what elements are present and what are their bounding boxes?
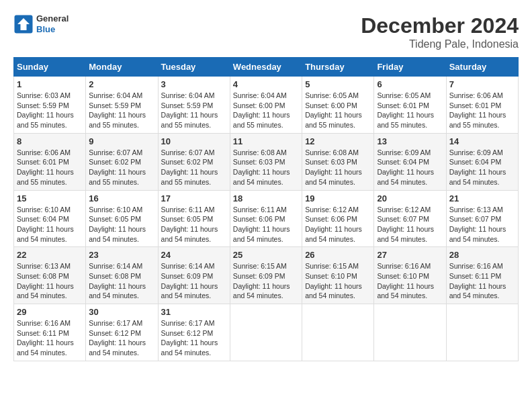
calendar-cell: 6Sunrise: 6:05 AMSunset: 6:01 PMDaylight… (374, 77, 446, 134)
day-info: Sunrise: 6:04 AMSunset: 5:59 PMDaylight:… (89, 91, 154, 130)
day-number: 11 (233, 136, 299, 146)
day-info: Sunrise: 6:15 AMSunset: 6:09 PMDaylight:… (233, 261, 299, 301)
calendar-cell: 2Sunrise: 6:04 AMSunset: 5:59 PMDaylight… (86, 77, 158, 134)
day-info: Sunrise: 6:09 AMSunset: 6:04 PMDaylight:… (377, 148, 443, 187)
title-block: December 2024 Tideng Pale, Indonesia (361, 13, 519, 50)
day-info: Sunrise: 6:16 AMSunset: 6:11 PMDaylight:… (449, 261, 515, 301)
calendar-cell: 25Sunrise: 6:15 AMSunset: 6:09 PMDayligh… (230, 247, 302, 304)
week-row-4: 22Sunrise: 6:13 AMSunset: 6:08 PMDayligh… (14, 247, 519, 304)
logo-line2: Blue (36, 24, 69, 35)
day-number: 6 (377, 79, 443, 89)
day-number: 12 (305, 136, 371, 146)
calendar-cell: 29Sunrise: 6:16 AMSunset: 6:11 PMDayligh… (14, 304, 86, 361)
calendar-cell: 8Sunrise: 6:06 AMSunset: 6:01 PMDaylight… (14, 133, 86, 190)
day-number: 22 (17, 250, 83, 260)
day-info: Sunrise: 6:07 AMSunset: 6:02 PMDaylight:… (161, 148, 227, 187)
day-info: Sunrise: 6:12 AMSunset: 6:07 PMDaylight:… (377, 205, 443, 244)
header-day-tuesday: Tuesday (158, 58, 230, 77)
day-number: 26 (305, 250, 371, 260)
calendar-cell: 23Sunrise: 6:14 AMSunset: 6:08 PMDayligh… (86, 247, 158, 304)
calendar-cell: 10Sunrise: 6:07 AMSunset: 6:02 PMDayligh… (158, 133, 230, 190)
calendar-cell: 5Sunrise: 6:05 AMSunset: 6:00 PMDaylight… (302, 77, 374, 134)
day-number: 4 (233, 79, 299, 89)
day-number: 23 (89, 250, 154, 260)
calendar-cell: 4Sunrise: 6:04 AMSunset: 6:00 PMDaylight… (230, 77, 302, 134)
day-info: Sunrise: 6:12 AMSunset: 6:06 PMDaylight:… (305, 205, 371, 244)
page-title: December 2024 (361, 13, 519, 38)
day-info: Sunrise: 6:17 AMSunset: 6:12 PMDaylight:… (161, 318, 227, 358)
header-day-sunday: Sunday (14, 58, 86, 77)
week-row-2: 8Sunrise: 6:06 AMSunset: 6:01 PMDaylight… (14, 133, 519, 190)
day-number: 10 (161, 136, 227, 146)
day-number: 19 (305, 193, 371, 203)
day-info: Sunrise: 6:09 AMSunset: 6:04 PMDaylight:… (449, 148, 515, 187)
calendar-cell: 31Sunrise: 6:17 AMSunset: 6:12 PMDayligh… (158, 304, 230, 361)
calendar-cell: 28Sunrise: 6:16 AMSunset: 6:11 PMDayligh… (446, 247, 518, 304)
logo-text: General Blue (36, 13, 69, 34)
day-info: Sunrise: 6:17 AMSunset: 6:12 PMDaylight:… (89, 318, 154, 358)
calendar-body: 1Sunrise: 6:03 AMSunset: 5:59 PMDaylight… (14, 77, 519, 361)
day-info: Sunrise: 6:16 AMSunset: 6:10 PMDaylight:… (377, 261, 443, 301)
calendar-cell: 7Sunrise: 6:06 AMSunset: 6:01 PMDaylight… (446, 77, 518, 134)
day-number: 2 (89, 79, 154, 89)
day-number: 30 (89, 307, 154, 317)
header-day-friday: Friday (374, 58, 446, 77)
day-info: Sunrise: 6:15 AMSunset: 6:10 PMDaylight:… (305, 261, 371, 301)
header-row: SundayMondayTuesdayWednesdayThursdayFrid… (14, 58, 519, 77)
logo: General Blue (13, 13, 69, 34)
calendar-header: SundayMondayTuesdayWednesdayThursdayFrid… (14, 58, 519, 77)
calendar-cell: 11Sunrise: 6:08 AMSunset: 6:03 PMDayligh… (230, 133, 302, 190)
day-info: Sunrise: 6:08 AMSunset: 6:03 PMDaylight:… (305, 148, 371, 187)
header-day-wednesday: Wednesday (230, 58, 302, 77)
day-number: 7 (449, 79, 515, 89)
day-number: 29 (17, 307, 83, 317)
day-number: 17 (161, 193, 227, 203)
day-number: 5 (305, 79, 371, 89)
week-row-3: 15Sunrise: 6:10 AMSunset: 6:04 PMDayligh… (14, 190, 519, 247)
logo-icon (13, 14, 34, 34)
calendar-cell: 15Sunrise: 6:10 AMSunset: 6:04 PMDayligh… (14, 190, 86, 247)
day-number: 15 (17, 193, 83, 203)
day-number: 31 (161, 307, 227, 317)
day-info: Sunrise: 6:14 AMSunset: 6:08 PMDaylight:… (89, 261, 154, 301)
header-day-thursday: Thursday (302, 58, 374, 77)
day-info: Sunrise: 6:13 AMSunset: 6:08 PMDaylight:… (17, 261, 83, 301)
day-number: 25 (233, 250, 299, 260)
calendar-cell: 17Sunrise: 6:11 AMSunset: 6:05 PMDayligh… (158, 190, 230, 247)
day-number: 8 (17, 136, 83, 146)
calendar-cell: 22Sunrise: 6:13 AMSunset: 6:08 PMDayligh… (14, 247, 86, 304)
day-info: Sunrise: 6:10 AMSunset: 6:04 PMDaylight:… (17, 205, 83, 244)
day-info: Sunrise: 6:05 AMSunset: 6:01 PMDaylight:… (377, 91, 443, 130)
day-number: 20 (377, 193, 443, 203)
header-day-monday: Monday (86, 58, 158, 77)
calendar-cell: 9Sunrise: 6:07 AMSunset: 6:02 PMDaylight… (86, 133, 158, 190)
calendar-cell: 20Sunrise: 6:12 AMSunset: 6:07 PMDayligh… (374, 190, 446, 247)
day-number: 14 (449, 136, 515, 146)
day-info: Sunrise: 6:13 AMSunset: 6:07 PMDaylight:… (449, 205, 515, 244)
week-row-1: 1Sunrise: 6:03 AMSunset: 5:59 PMDaylight… (14, 77, 519, 134)
calendar-cell: 21Sunrise: 6:13 AMSunset: 6:07 PMDayligh… (446, 190, 518, 247)
day-number: 13 (377, 136, 443, 146)
day-number: 1 (17, 79, 83, 89)
logo-line1: General (36, 13, 69, 24)
calendar-cell: 24Sunrise: 6:14 AMSunset: 6:09 PMDayligh… (158, 247, 230, 304)
day-number: 9 (89, 136, 154, 146)
calendar-cell: 3Sunrise: 6:04 AMSunset: 5:59 PMDaylight… (158, 77, 230, 134)
week-row-5: 29Sunrise: 6:16 AMSunset: 6:11 PMDayligh… (14, 304, 519, 361)
calendar-cell (446, 304, 518, 361)
calendar-cell: 26Sunrise: 6:15 AMSunset: 6:10 PMDayligh… (302, 247, 374, 304)
page-subtitle: Tideng Pale, Indonesia (361, 38, 519, 50)
calendar-cell (374, 304, 446, 361)
calendar-cell: 14Sunrise: 6:09 AMSunset: 6:04 PMDayligh… (446, 133, 518, 190)
calendar-cell: 18Sunrise: 6:11 AMSunset: 6:06 PMDayligh… (230, 190, 302, 247)
calendar-table: SundayMondayTuesdayWednesdayThursdayFrid… (13, 57, 519, 361)
calendar-cell: 12Sunrise: 6:08 AMSunset: 6:03 PMDayligh… (302, 133, 374, 190)
day-number: 16 (89, 193, 154, 203)
day-number: 24 (161, 250, 227, 260)
day-info: Sunrise: 6:04 AMSunset: 5:59 PMDaylight:… (161, 91, 227, 130)
day-info: Sunrise: 6:16 AMSunset: 6:11 PMDaylight:… (17, 318, 83, 358)
day-info: Sunrise: 6:06 AMSunset: 6:01 PMDaylight:… (449, 91, 515, 130)
day-info: Sunrise: 6:06 AMSunset: 6:01 PMDaylight:… (17, 148, 83, 187)
day-info: Sunrise: 6:14 AMSunset: 6:09 PMDaylight:… (161, 261, 227, 301)
calendar-cell: 27Sunrise: 6:16 AMSunset: 6:10 PMDayligh… (374, 247, 446, 304)
